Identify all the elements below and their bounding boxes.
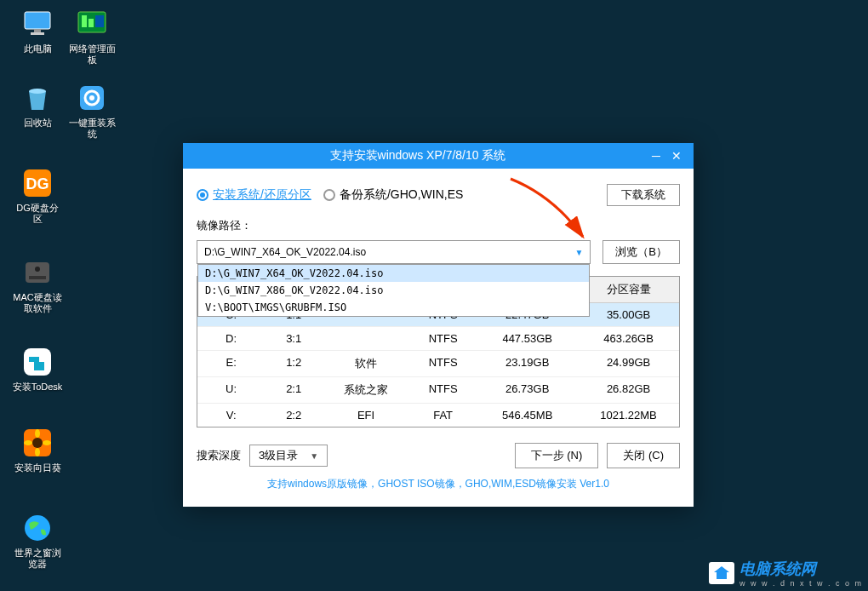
download-button[interactable]: 下载系统 bbox=[607, 184, 680, 206]
svg-point-7 bbox=[29, 89, 46, 94]
dialog-title: 支持安装windows XP/7/8/10 系统 bbox=[190, 148, 646, 164]
install-dialog: 支持安装windows XP/7/8/10 系统 ─ ✕ 安装系统/还原分区 备… bbox=[183, 143, 694, 507]
svg-rect-15 bbox=[29, 276, 46, 279]
next-button[interactable]: 下一步 (N) bbox=[515, 443, 599, 468]
icon-label: 网络管理面板 bbox=[66, 43, 117, 66]
svg-point-18 bbox=[32, 438, 43, 448]
dg-partition-icon[interactable]: DGDG硬盘分区 bbox=[12, 166, 63, 225]
network-icon bbox=[75, 7, 109, 41]
icon-label: 一键重装系统 bbox=[66, 118, 117, 140]
table-cell: FAT bbox=[409, 404, 477, 427]
svg-rect-13 bbox=[26, 262, 49, 283]
column-header: 分区容量 bbox=[578, 277, 679, 302]
radio-dot-icon bbox=[197, 189, 208, 201]
table-row[interactable]: U:2:1系统之家NTFS26.73GB26.82GB bbox=[197, 377, 679, 404]
close-button[interactable]: 关闭 (C) bbox=[607, 443, 680, 468]
dropdown-list: D:\G_WIN7_X64_OK_V2022.04.isoD:\G_WIN7_X… bbox=[197, 264, 590, 317]
icon-label: 此电脑 bbox=[12, 43, 63, 55]
svg-point-19 bbox=[35, 429, 40, 438]
search-depth-value: 3级目录 bbox=[259, 448, 298, 463]
table-row[interactable]: E:1:2软件NTFS23.19GB24.99GB bbox=[197, 351, 679, 377]
dg-icon: DG bbox=[20, 166, 54, 200]
image-path-value: D:\G_WIN7_X64_OK_V2022.04.iso bbox=[204, 246, 574, 258]
table-row[interactable]: V:2:2EFIFAT546.45MB1021.22MB bbox=[197, 404, 679, 427]
svg-point-20 bbox=[35, 448, 40, 456]
todesk-icon[interactable]: 安装ToDesk bbox=[12, 345, 63, 393]
table-cell: 2:1 bbox=[265, 377, 323, 403]
svg-rect-0 bbox=[25, 12, 50, 29]
svg-point-10 bbox=[89, 95, 94, 100]
table-cell: EFI bbox=[323, 404, 409, 427]
table-cell: V: bbox=[197, 404, 265, 427]
table-cell: 26.82GB bbox=[578, 377, 679, 403]
table-cell: 1:2 bbox=[265, 351, 323, 376]
table-cell: NTFS bbox=[409, 377, 477, 403]
monitor-icon bbox=[20, 7, 54, 41]
sunflower-icon bbox=[20, 426, 54, 460]
table-cell: 3:1 bbox=[265, 327, 323, 350]
icon-label: DG硬盘分区 bbox=[12, 203, 63, 225]
icon-label: 安装向日葵 bbox=[12, 462, 63, 473]
search-depth-label: 搜索深度 bbox=[197, 448, 241, 463]
icon-label: MAC硬盘读取软件 bbox=[12, 292, 63, 314]
radio-backup[interactable]: 备份系统/GHO,WIN,ES bbox=[323, 187, 463, 203]
table-cell: 23.19GB bbox=[477, 351, 578, 376]
earth-icon bbox=[20, 511, 54, 545]
svg-rect-4 bbox=[82, 15, 87, 27]
browse-button[interactable]: 浏览（B） bbox=[602, 240, 680, 264]
svg-point-21 bbox=[24, 440, 32, 445]
table-cell: U: bbox=[197, 377, 265, 403]
table-cell: 系统之家 bbox=[323, 377, 409, 403]
world-browser-icon[interactable]: 世界之窗浏览器 bbox=[12, 511, 63, 570]
pc-icon[interactable]: 此电脑 bbox=[12, 7, 63, 55]
watermark: 电脑系统网 w w w . d n x t w . c o m bbox=[709, 559, 863, 588]
table-cell: 24.99GB bbox=[578, 351, 679, 376]
mac-icon bbox=[20, 255, 54, 290]
table-cell: D: bbox=[197, 327, 265, 350]
svg-point-23 bbox=[25, 515, 50, 541]
table-cell: NTFS bbox=[409, 351, 477, 376]
watermark-logo-icon bbox=[709, 562, 734, 584]
table-cell: 463.26GB bbox=[578, 327, 679, 350]
svg-rect-5 bbox=[89, 19, 94, 27]
network-panel-icon[interactable]: 网络管理面板 bbox=[66, 7, 117, 66]
table-cell: 1021.22MB bbox=[578, 404, 679, 427]
dropdown-item[interactable]: D:\G_WIN7_X64_OK_V2022.04.iso bbox=[198, 265, 589, 282]
trash-icon bbox=[20, 81, 54, 115]
watermark-url: w w w . d n x t w . c o m bbox=[740, 579, 863, 588]
close-x-button[interactable]: ✕ bbox=[666, 149, 687, 163]
radio-install-label: 安装系统/还原分区 bbox=[213, 187, 311, 203]
footer-text: 支持windows原版镜像，GHOST ISO镜像，GHO,WIM,ESD镜像安… bbox=[197, 468, 680, 498]
chevron-down-icon: ▼ bbox=[574, 248, 583, 257]
table-cell: 26.73GB bbox=[477, 377, 578, 403]
svg-rect-6 bbox=[95, 15, 104, 27]
reinstall-icon[interactable]: 一键重装系统 bbox=[66, 81, 117, 140]
radio-install-restore[interactable]: 安装系统/还原分区 bbox=[197, 187, 311, 203]
image-path-label: 镜像路径： bbox=[197, 218, 680, 233]
todesk-icon bbox=[20, 345, 54, 379]
mac-reader-icon[interactable]: MAC硬盘读取软件 bbox=[12, 255, 63, 314]
image-path-dropdown[interactable]: D:\G_WIN7_X64_OK_V2022.04.iso ▼ D:\G_WIN… bbox=[197, 240, 591, 264]
table-cell: 35.00GB bbox=[578, 303, 679, 326]
table-cell: NTFS bbox=[409, 327, 477, 350]
sunflower-icon[interactable]: 安装向日葵 bbox=[12, 426, 63, 473]
search-depth-select[interactable]: 3级目录 ▼ bbox=[249, 445, 328, 467]
svg-rect-1 bbox=[34, 29, 41, 32]
table-cell: 2:2 bbox=[265, 404, 323, 427]
svg-rect-2 bbox=[31, 32, 44, 35]
watermark-text: 电脑系统网 bbox=[740, 559, 863, 579]
table-cell: 447.53GB bbox=[477, 327, 578, 350]
radio-dot-icon bbox=[323, 189, 335, 201]
table-cell: E: bbox=[197, 351, 265, 376]
recycle-bin-icon[interactable]: 回收站 bbox=[12, 81, 63, 129]
svg-point-22 bbox=[43, 440, 51, 445]
table-cell: 软件 bbox=[323, 351, 409, 376]
dropdown-item[interactable]: V:\BOOT\IMGS\GRUBFM.ISO bbox=[198, 299, 589, 316]
svg-text:DG: DG bbox=[26, 175, 49, 192]
table-row[interactable]: D:3:1NTFS447.53GB463.26GB bbox=[197, 327, 679, 351]
svg-point-14 bbox=[35, 267, 40, 272]
dropdown-item[interactable]: D:\G_WIN7_X86_OK_V2022.04.iso bbox=[198, 282, 589, 299]
icon-label: 回收站 bbox=[12, 118, 63, 129]
minimize-button[interactable]: ─ bbox=[646, 149, 666, 163]
radio-backup-label: 备份系统/GHO,WIN,ES bbox=[340, 187, 463, 203]
